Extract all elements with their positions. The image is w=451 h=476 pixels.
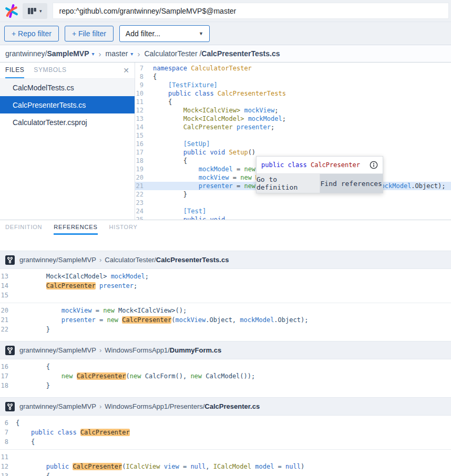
add-file-filter-button[interactable]: + File filter: [65, 26, 114, 42]
columns-grid-icon: [28, 7, 36, 15]
code-line: 16 [SetUp]: [135, 140, 451, 148]
code-token: =: [233, 182, 244, 190]
line-number[interactable]: 14: [0, 281, 16, 291]
line-number[interactable]: 7: [135, 64, 153, 73]
code-token: {: [153, 98, 172, 106]
file-list-item[interactable]: CalcModelTests.cs: [0, 79, 135, 96]
highlighted-reference-token[interactable]: CalcPresenter: [77, 372, 126, 380]
code-line: 17 new CalcPresenter(new CalcForm(), new…: [0, 371, 451, 381]
line-content: Mock<ICalcModel> mockModel;: [16, 272, 149, 281]
close-sidebar-icon[interactable]: ✕: [123, 63, 129, 78]
panel-tab-history[interactable]: HISTORY: [109, 220, 138, 235]
code-token: public: [183, 149, 210, 156]
line-number[interactable]: 10: [135, 89, 153, 98]
line-number[interactable]: 9: [135, 81, 153, 89]
highlighted-reference-token[interactable]: CalcPresenter: [46, 282, 96, 289]
line-number[interactable]: 12: [0, 462, 16, 471]
hover-tooltip: public class CalcPresenter Go to definit…: [256, 156, 383, 193]
chevron-separator-icon: ›: [99, 402, 101, 410]
line-number[interactable]: 8: [0, 437, 16, 447]
line-number[interactable]: 20: [135, 173, 153, 182]
info-icon[interactable]: [370, 161, 378, 169]
code-token: CalcModel());: [202, 372, 255, 380]
code-line: 13 Mock<ICalcModel> mockModel;: [135, 115, 451, 123]
code-line: 7 public class CalcPresenter: [0, 428, 451, 437]
file-list-item[interactable]: CalculatorTester.csproj: [0, 113, 135, 131]
line-number[interactable]: 14: [135, 123, 153, 131]
line-number[interactable]: 22: [135, 190, 153, 199]
code-token: ;: [274, 107, 278, 114]
line-number[interactable]: 18: [135, 157, 153, 165]
code-line: 23: [135, 199, 451, 207]
code-line: 21 presenter = new CalcPresenter(mockVie…: [0, 315, 451, 325]
line-content: {: [16, 437, 35, 447]
line-number[interactable]: 20: [0, 306, 16, 315]
reference-file-group: grantwinney/SampleMVP›WindowsFormsApp1/P…: [0, 397, 451, 476]
breadcrumb-file-path[interactable]: CalculatorTester / CalcPresenterTests.cs: [144, 49, 280, 58]
reference-group-header[interactable]: grantwinney/SampleMVP›WindowsFormsApp1/D…: [0, 341, 451, 359]
reference-file-group: grantwinney/SampleMVP›CalculatorTester/C…: [0, 251, 451, 337]
line-number[interactable]: 15: [135, 131, 153, 140]
go-to-definition-button[interactable]: Go to definition: [257, 174, 320, 193]
line-number[interactable]: 7: [0, 428, 16, 437]
line-content: {: [16, 418, 19, 428]
reference-group-header[interactable]: grantwinney/SampleMVP›CalculatorTester/C…: [0, 251, 451, 269]
sidebar-tab-symbols[interactable]: SYMBOLS: [34, 63, 66, 78]
file-list-item[interactable]: CalcPresenterTests.cs: [0, 96, 135, 113]
code-token: presenter: [99, 282, 134, 289]
references-panel: grantwinney/SampleMVP›CalculatorTester/C…: [0, 235, 451, 476]
line-number[interactable]: 18: [0, 381, 16, 390]
breadcrumb-revision[interactable]: master ▾: [106, 49, 134, 58]
reference-file-path: WindowsFormsApp1/Presenters/: [105, 402, 204, 410]
line-number[interactable]: 21: [135, 182, 153, 190]
code-token: mockModel: [240, 316, 274, 324]
line-number[interactable]: 16: [135, 140, 153, 148]
line-number[interactable]: 11: [0, 452, 16, 462]
highlighted-reference-token[interactable]: CalcPresenter: [73, 463, 122, 470]
line-number[interactable]: 11: [135, 98, 153, 106]
line-number[interactable]: 8: [135, 73, 153, 81]
breadcrumb-repo[interactable]: grantwinney/SampleMVP ▾: [5, 49, 95, 58]
code-token: Mock<ICalcModel>: [16, 273, 111, 280]
bottom-panel-tabs: DEFINITIONREFERENCESHISTORY: [0, 220, 451, 235]
code-token: {: [16, 438, 35, 446]
line-number[interactable]: 12: [135, 106, 153, 115]
repo-caret-icon: ▾: [92, 51, 95, 57]
panel-tab-references[interactable]: REFERENCES: [54, 220, 97, 235]
line-number[interactable]: 21: [0, 315, 16, 325]
code-token: new: [103, 307, 115, 314]
line-number[interactable]: 25: [135, 215, 153, 220]
line-number[interactable]: 19: [135, 165, 153, 173]
code-token: {: [16, 472, 50, 476]
line-number[interactable]: 24: [135, 207, 153, 215]
code-token: [Test]: [183, 208, 206, 215]
code-token: [233, 123, 237, 131]
reference-group-header[interactable]: grantwinney/SampleMVP›WindowsFormsApp1/P…: [0, 397, 451, 416]
panel-tab-definition[interactable]: DEFINITION: [5, 220, 42, 235]
line-number[interactable]: 17: [135, 148, 153, 157]
find-references-button[interactable]: Find references: [320, 174, 383, 193]
search-scope-dropdown-button[interactable]: ▾: [23, 3, 47, 19]
hover-actions: Go to definitionFind references: [257, 174, 383, 193]
line-number[interactable]: 6: [0, 418, 16, 428]
add-repo-filter-button[interactable]: + Repo filter: [4, 26, 59, 42]
line-number[interactable]: 22: [0, 325, 16, 334]
line-content: }: [153, 190, 187, 199]
add-filter-select[interactable]: Add filter... ▼: [119, 25, 210, 42]
line-number[interactable]: 16: [0, 362, 16, 371]
highlighted-reference-token[interactable]: CalcPresenter: [122, 316, 171, 324]
line-number[interactable]: 17: [0, 371, 16, 381]
code-token: [153, 208, 183, 215]
line-number[interactable]: 13: [0, 471, 16, 476]
search-query-input[interactable]: [53, 3, 449, 19]
line-number[interactable]: 13: [0, 272, 16, 281]
line-number[interactable]: 23: [135, 199, 153, 207]
sidebar-tab-files[interactable]: FILES: [5, 63, 24, 78]
line-number[interactable]: 15: [0, 291, 16, 300]
highlighted-reference-token[interactable]: CalcPresenter: [80, 429, 130, 436]
code-token: model: [255, 463, 274, 470]
line-content: Mock<ICalcModel> mockModel;: [153, 115, 286, 123]
sourcegraph-logo-icon[interactable]: [5, 4, 18, 18]
main-split: FILESSYMBOLS✕ CalcModelTests.csCalcPrese…: [0, 63, 451, 220]
line-number[interactable]: 13: [135, 115, 153, 123]
